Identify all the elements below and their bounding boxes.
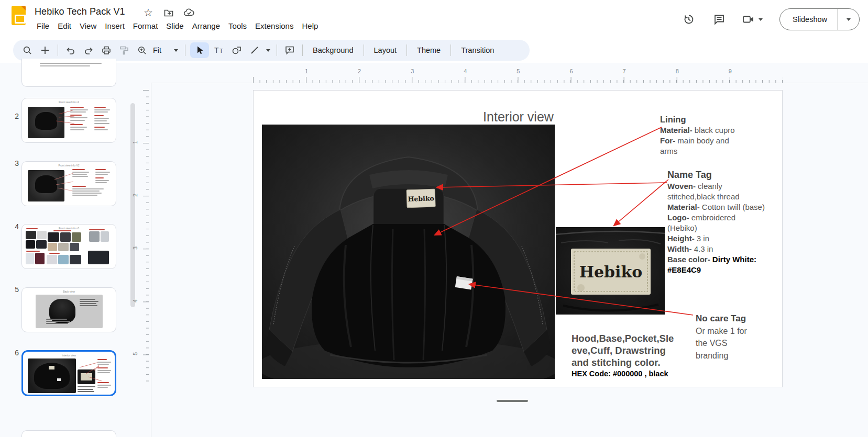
text-line: For- main body and	[660, 136, 749, 146]
cloud-saved-icon[interactable]	[183, 7, 195, 18]
text-line: eve,Cuff, Drawstring	[572, 344, 692, 356]
ruler-tick-label: 4	[132, 299, 138, 302]
undo-button[interactable]	[63, 42, 79, 58]
text-segment: embroidered	[689, 213, 735, 222]
document-title[interactable]: Hebiko Tech Pack V1	[35, 6, 125, 17]
slideshow-options-caret[interactable]	[838, 8, 859, 30]
horizontal-ruler	[253, 76, 783, 83]
ruler-tick-label: 2	[356, 68, 362, 74]
ruler-tick-label: 1	[303, 68, 310, 74]
text-segment: main body and	[675, 136, 729, 145]
menu-item[interactable]: Edit	[53, 19, 75, 32]
slide-thumbnail-6-selected[interactable]: Interior view	[21, 350, 116, 396]
text-segment: Material-	[660, 126, 693, 135]
text-segment: cleanly	[696, 182, 722, 191]
ruler-tick-label: 7	[621, 68, 628, 74]
no-care-tag-annotation[interactable]: No care Tag Or make 1 forthe VGSbranding	[696, 312, 774, 362]
slides-logo-icon[interactable]	[12, 6, 26, 25]
text-segment: Hood,Base,Pocket,Sle	[572, 333, 674, 344]
thumbnail-number: 4	[7, 222, 19, 231]
text-line: Hood,Base,Pocket,Sle	[572, 332, 692, 344]
text-segment: stitched,black thread	[667, 192, 740, 201]
menu-item[interactable]: Tools	[224, 19, 251, 32]
meet-camera-icon[interactable]	[742, 13, 755, 26]
background-button[interactable]: Background	[306, 46, 359, 54]
text-segment: Base color-	[667, 255, 710, 264]
ruler-tick-label: 4	[462, 68, 468, 74]
thumbnail-number: 5	[7, 285, 19, 294]
menu-item[interactable]: Insert	[101, 19, 129, 32]
google-slides-app: Hebiko Tech Pack V1 ☆ FileEditViewInsert…	[0, 0, 868, 437]
slideshow-button[interactable]: Slideshow	[779, 8, 860, 30]
text-line: Material- black cupro	[660, 125, 749, 136]
text-line: HEX Code: #000000 , black	[572, 368, 692, 379]
slide-thumbnail-3[interactable]: Front view info V2	[21, 161, 116, 206]
text-line: Width- 4.3 in	[667, 244, 782, 254]
text-line: arms	[660, 146, 749, 156]
slide-thumbnail-1-partial[interactable]	[21, 59, 116, 87]
move-folder-icon[interactable]	[163, 7, 174, 18]
menu-item[interactable]: View	[75, 19, 101, 32]
ruler-tick-label: 5	[132, 352, 138, 355]
new-slide-button[interactable]	[37, 42, 53, 58]
text-segment: #E8E4C9	[667, 265, 701, 274]
text-segment: black cupro	[693, 126, 735, 135]
arrow-closeup	[614, 180, 668, 226]
meet-dropdown-caret[interactable]	[755, 13, 766, 26]
text-segment: Or make 1 for	[696, 327, 747, 335]
print-button[interactable]	[98, 42, 114, 58]
line-tool[interactable]	[247, 42, 262, 58]
zoom-icon[interactable]	[134, 42, 150, 58]
theme-button[interactable]: Theme	[411, 46, 447, 54]
zoom-select[interactable]: Fit	[151, 46, 181, 54]
slide-thumbnail-7-partial[interactable]	[21, 430, 116, 437]
star-icon[interactable]: ☆	[142, 7, 154, 18]
thumbnail-title: Front view/info v1	[22, 100, 116, 104]
text-line: #E8E4C9	[667, 265, 782, 275]
insert-comment-icon[interactable]	[282, 42, 298, 58]
annotation-heading: Name Tag	[667, 169, 782, 181]
search-menus-icon[interactable]	[19, 42, 35, 58]
layout-button[interactable]: Layout	[368, 46, 403, 54]
name-tag-annotation[interactable]: Name Tag Woven- cleanlystitched,black th…	[667, 169, 782, 275]
paint-format-icon[interactable]	[116, 42, 132, 58]
text-line: Material- Cotton twill (base)	[667, 202, 782, 212]
select-tool[interactable]	[190, 42, 209, 58]
thumbnail-number: 6	[7, 349, 19, 357]
slide-thumbnail-2[interactable]: Front view/info v1	[21, 98, 116, 143]
titlebar: Hebiko Tech Pack V1 ☆ FileEditViewInsert…	[0, 0, 868, 35]
horizontal-ruler-numbers: 123456789	[253, 68, 783, 75]
menu-item[interactable]: Extensions	[251, 19, 298, 32]
ruler-tick-label: 8	[674, 68, 680, 74]
speaker-notes-grip[interactable]	[497, 400, 528, 402]
text-line: Woven- cleanly	[667, 181, 782, 192]
shape-tool[interactable]	[229, 42, 245, 58]
slideshow-label: Slideshow	[780, 15, 838, 24]
text-segment: eve,Cuff, Drawstring	[572, 345, 666, 356]
thumbnail-title: Back view	[22, 290, 116, 293]
menu-item[interactable]: Arrange	[188, 19, 224, 32]
color-note-annotation[interactable]: Hood,Base,Pocket,Sleeve,Cuff, Drawstring…	[572, 332, 692, 379]
textbox-tool[interactable]: TT	[211, 42, 227, 58]
menu-item[interactable]: Help	[298, 19, 322, 32]
slide-thumbnail-5[interactable]: Back view	[21, 287, 116, 332]
menu-item[interactable]: Format	[129, 19, 162, 32]
arrow-lining	[435, 127, 662, 235]
text-segment: arms	[660, 147, 677, 155]
slide-canvas[interactable]: Interior view	[253, 90, 783, 387]
text-line: the VGS	[696, 337, 774, 350]
comments-icon[interactable]	[712, 13, 726, 26]
slide-thumbnail-4[interactable]: Front view info v3	[21, 224, 116, 269]
text-line: and stitching color.	[572, 356, 692, 368]
redo-button[interactable]	[81, 42, 96, 58]
menu-item[interactable]: File	[32, 19, 53, 32]
version-history-icon[interactable]	[682, 13, 696, 26]
ruler-tick-label: 2	[132, 194, 138, 197]
transition-button[interactable]: Transition	[455, 46, 500, 54]
text-segment: branding	[696, 351, 728, 360]
thumbnail-number: 2	[7, 112, 19, 120]
toolbar: Fit TT Background Layout Theme	[13, 40, 530, 61]
lining-annotation[interactable]: Lining Material- black cuproFor- main bo…	[660, 114, 749, 156]
menu-item[interactable]: Slide	[162, 19, 188, 32]
line-tool-caret[interactable]	[265, 42, 272, 58]
